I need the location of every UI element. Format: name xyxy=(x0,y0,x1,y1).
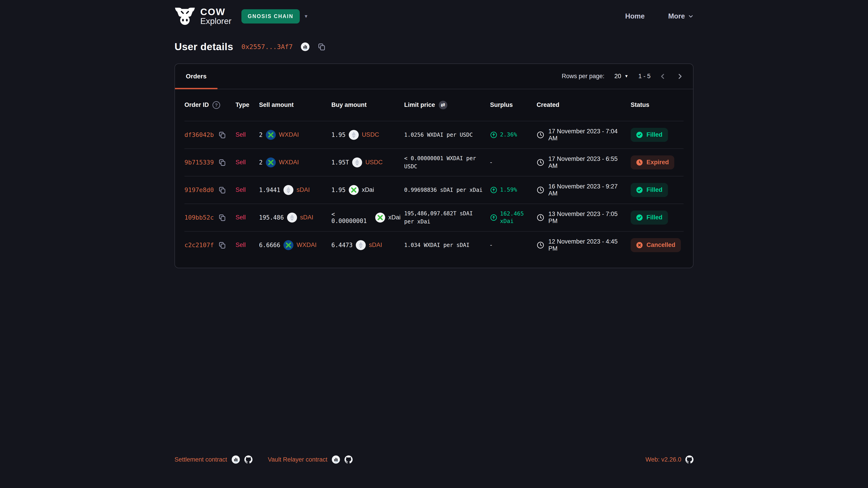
caret-down-icon: ▼ xyxy=(624,74,628,78)
status-label: Filled xyxy=(647,131,662,138)
logo-text-cow: COW xyxy=(200,7,231,17)
network-caret-icon[interactable]: ▼ xyxy=(304,14,308,19)
blockscout-icon xyxy=(301,42,309,51)
vault-relayer-contract: Vault Relayer contract xyxy=(268,455,353,464)
version-info: Web: v2.26.0 xyxy=(645,455,693,464)
table-row: 9197e8d0 Sell 1.9441 sDAI 1.95 xDai 0.99… xyxy=(184,176,684,203)
user-address-value: 0x2557...3Af7 xyxy=(241,43,293,51)
sell-token-link[interactable]: WXDAI xyxy=(297,241,317,249)
sell-token-link[interactable]: sDAI xyxy=(297,186,310,193)
user-address-link[interactable]: 0x2557...3Af7 xyxy=(241,43,293,51)
next-page-button[interactable] xyxy=(675,71,685,81)
buy-token-link[interactable]: USDC xyxy=(365,159,383,166)
buy-token-link[interactable]: sDAI xyxy=(369,241,382,249)
order-type-label: Sell xyxy=(236,186,246,193)
surplus-value: - xyxy=(490,241,492,249)
network-selector[interactable]: GNOSIS CHAIN ▼ xyxy=(241,9,308,24)
sell-token-link[interactable]: WXDAI xyxy=(279,131,299,138)
column-label: Created xyxy=(537,101,559,108)
generic-token-icon xyxy=(356,240,366,250)
clock-icon xyxy=(537,241,544,249)
github-icon[interactable] xyxy=(244,455,252,464)
page-footer: Settlement contract Vault Relayer contra… xyxy=(0,455,868,488)
help-icon[interactable]: ? xyxy=(213,101,220,109)
prev-page-button[interactable] xyxy=(658,71,668,81)
generic-token-icon xyxy=(352,158,362,167)
order-id-link[interactable]: 109bb52c xyxy=(184,214,214,221)
nav-more-label: More xyxy=(668,12,685,20)
column-label: Status xyxy=(631,101,649,108)
sell-amount-value: 1.9441 xyxy=(259,187,280,193)
created-value: 17 November 2023 - 6:55 AM xyxy=(548,156,627,169)
orders-table: Order ID ? Type Sell amount Buy amount L… xyxy=(175,89,693,268)
buy-amount-value: 1.95 xyxy=(331,187,346,193)
nav-home[interactable]: Home xyxy=(625,12,645,20)
clock-icon xyxy=(537,159,544,166)
order-type-label: Sell xyxy=(236,131,246,138)
blockscout-icon[interactable] xyxy=(332,455,340,464)
copy-icon[interactable] xyxy=(218,159,226,166)
limit-price-value: < 0.00000001 WXDAI per USDC xyxy=(404,154,483,170)
wxdai-token-icon xyxy=(266,158,276,167)
surplus-up-icon xyxy=(490,214,497,221)
xdai-token-icon xyxy=(349,185,359,195)
column-header-surplus: Surplus xyxy=(490,101,537,108)
sell-amount-value: 2 xyxy=(259,159,263,166)
blockscout-icon[interactable] xyxy=(232,455,240,464)
sell-amount-value: 2 xyxy=(259,131,263,138)
status-filled-icon xyxy=(636,214,643,221)
copy-address-icon[interactable] xyxy=(318,43,326,51)
surplus-value: 1.59% xyxy=(500,186,517,194)
card-header: Orders Rows per page: 20 ▼ 1 - 5 xyxy=(175,64,693,89)
column-header-sell-amount: Sell amount xyxy=(259,101,331,108)
tab-orders-label: Orders xyxy=(186,73,207,80)
surplus-up-icon xyxy=(490,131,497,138)
tab-orders[interactable]: Orders xyxy=(175,64,217,89)
status-label: Expired xyxy=(647,159,669,166)
surplus-value: 162.465 xDai xyxy=(500,210,533,225)
created-value: 12 November 2023 - 4:45 PM xyxy=(548,238,627,252)
sell-token-link[interactable]: WXDAI xyxy=(279,159,299,166)
buy-token-link[interactable]: USDC xyxy=(362,131,379,138)
network-badge[interactable]: GNOSIS CHAIN xyxy=(241,9,300,24)
table-row: df36042b Sell 2 WXDAI 1.95 USDC 1.0256 W… xyxy=(184,121,684,149)
generic-token-icon xyxy=(287,213,297,223)
page-range: 1 - 5 xyxy=(638,73,651,80)
github-icon[interactable] xyxy=(344,455,352,464)
copy-icon[interactable] xyxy=(218,214,226,221)
table-row: 9b715339 Sell 2 WXDAI 1.95T USDC < 0.000… xyxy=(184,149,684,176)
column-label: Order ID xyxy=(184,101,209,108)
swap-price-icon[interactable]: ⇄ xyxy=(439,101,447,109)
buy-amount-value: 6.4473 xyxy=(331,242,352,249)
xdai-token-icon xyxy=(375,213,385,223)
surplus-value: 2.36% xyxy=(500,131,517,138)
github-icon[interactable] xyxy=(685,455,693,464)
pagination: Rows per page: 20 ▼ 1 - 5 xyxy=(562,71,693,81)
limit-price-value: 0.99698836 sDAI per xDai xyxy=(404,186,483,194)
column-header-order-id: Order ID ? xyxy=(184,101,236,109)
blockscout-link[interactable] xyxy=(301,42,309,51)
top-nav: COW Explorer GNOSIS CHAIN ▼ Home More xyxy=(0,0,868,26)
status-expired-icon xyxy=(636,159,643,166)
settlement-contract-link[interactable]: Settlement contract xyxy=(175,456,227,463)
order-type-label: Sell xyxy=(236,159,246,166)
nav-more[interactable]: More xyxy=(668,12,693,20)
copy-icon[interactable] xyxy=(218,186,226,194)
copy-icon[interactable] xyxy=(218,131,226,139)
brand-logo[interactable]: COW Explorer xyxy=(175,7,231,26)
rows-per-page-select[interactable]: 20 ▼ xyxy=(612,72,631,80)
copy-icon[interactable] xyxy=(218,241,226,249)
order-id-link[interactable]: c2c2107f xyxy=(184,241,214,249)
order-id-link[interactable]: 9197e8d0 xyxy=(184,186,214,193)
order-id-link[interactable]: 9b715339 xyxy=(184,159,214,166)
sell-token-link[interactable]: sDAI xyxy=(300,214,313,221)
order-id-link[interactable]: df36042b xyxy=(184,131,214,138)
status-cancelled-icon xyxy=(636,242,643,249)
limit-price-value: 195,486,097.682T sDAI per xDai xyxy=(404,209,483,226)
limit-price-value: 1.034 WXDAI per sDAI xyxy=(404,241,483,249)
limit-price-value: 1.0256 WXDAI per USDC xyxy=(404,131,483,139)
order-type-label: Sell xyxy=(236,241,246,248)
vault-relayer-contract-link[interactable]: Vault Relayer contract xyxy=(268,456,328,463)
orders-card: Orders Rows per page: 20 ▼ 1 - 5 xyxy=(175,64,693,268)
table-header-row: Order ID ? Type Sell amount Buy amount L… xyxy=(184,89,684,121)
